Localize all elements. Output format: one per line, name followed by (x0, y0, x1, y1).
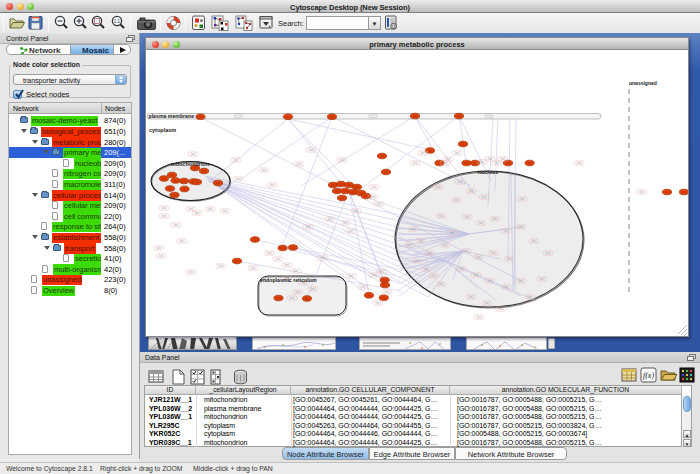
svg-text:(xx): (xx) (343, 221, 348, 225)
svg-text:(xx): (xx) (340, 158, 345, 162)
svg-text:(xx): (xx) (361, 285, 366, 289)
svg-text:(xx): (xx) (519, 279, 524, 283)
svg-text:(xx): (xx) (577, 161, 582, 165)
svg-text:(xx): (xx) (519, 225, 524, 229)
svg-text:(xx): (xx) (385, 290, 390, 294)
svg-text:unassigned: unassigned (629, 80, 657, 86)
svg-text:(xx): (xx) (162, 214, 167, 218)
svg-text:(xx): (xx) (469, 189, 474, 193)
svg-text:(xx): (xx) (413, 161, 418, 165)
svg-text:(xx): (xx) (267, 251, 272, 255)
svg-text:(xx): (xx) (474, 273, 479, 277)
svg-text:plasma membrane: plasma membrane (149, 113, 195, 119)
svg-text:(xx): (xx) (180, 239, 185, 243)
svg-text:(xx): (xx) (189, 270, 194, 274)
svg-text:(xx): (xx) (376, 301, 381, 305)
svg-text:mitochondrion: mitochondrion (171, 161, 210, 167)
svg-text:(xx): (xx) (424, 267, 429, 271)
svg-text:(xx): (xx) (297, 162, 302, 166)
svg-text:(xx): (xx) (504, 229, 509, 233)
svg-text:(xx): (xx) (294, 269, 299, 273)
svg-text:(xx): (xx) (236, 177, 241, 181)
svg-text:(xx): (xx) (157, 246, 162, 250)
svg-text:f(x): f(x) (643, 371, 654, 380)
svg-text:(xx): (xx) (507, 257, 512, 261)
svg-text:(xx): (xx) (443, 243, 448, 247)
svg-text:(xx): (xx) (482, 195, 487, 199)
svg-text:(xx): (xx) (501, 157, 506, 161)
svg-text:(xx): (xx) (372, 185, 377, 189)
svg-text:(xx): (xx) (504, 285, 509, 289)
svg-text:(xx): (xx) (251, 266, 256, 270)
svg-text:(xx): (xx) (411, 227, 416, 231)
svg-text:(xx): (xx) (162, 206, 167, 210)
svg-text:(xx): (xx) (436, 185, 441, 189)
svg-text:(xx): (xx) (455, 151, 460, 155)
svg-text:(xx): (xx) (479, 221, 484, 225)
svg-text:(xx): (xx) (191, 152, 196, 156)
svg-text:(xx): (xx) (380, 269, 385, 273)
svg-text:(xx): (xx) (419, 239, 424, 243)
svg-text:(xx): (xx) (546, 251, 551, 255)
svg-text:(xx): (xx) (455, 198, 460, 202)
svg-text:(xx): (xx) (296, 290, 301, 294)
svg-text:(xx): (xx) (465, 215, 470, 219)
svg-text:(xx): (xx) (458, 180, 463, 184)
svg-text:(xx): (xx) (407, 243, 412, 247)
svg-text:(xx): (xx) (493, 217, 498, 221)
svg-text:(xx): (xx) (372, 273, 377, 277)
svg-text:(xx): (xx) (321, 256, 326, 260)
svg-text:(xx): (xx) (477, 255, 482, 259)
svg-text:(xx): (xx) (349, 274, 354, 278)
svg-text:(xx): (xx) (640, 190, 645, 194)
svg-text:(xx): (xx) (371, 195, 376, 199)
svg-text:(xx): (xx) (439, 282, 444, 286)
svg-text:(xx): (xx) (285, 263, 290, 267)
svg-text:(xx): (xx) (480, 160, 485, 164)
svg-text:cytoplasm: cytoplasm (149, 127, 176, 133)
svg-text:(xx): (xx) (309, 148, 314, 152)
svg-text:(xx): (xx) (520, 197, 525, 201)
svg-text:(xx): (xx) (488, 279, 493, 283)
svg-text:(xx): (xx) (477, 315, 482, 319)
svg-text:(xx): (xx) (219, 264, 224, 268)
svg-text:(xx): (xx) (532, 239, 537, 243)
svg-text:(xx): (xx) (189, 207, 194, 211)
svg-text:(xx): (xx) (443, 161, 448, 165)
svg-text:(xx): (xx) (262, 168, 267, 172)
svg-text:(xx): (xx) (306, 225, 311, 229)
svg-text:nucleus: nucleus (478, 169, 499, 175)
svg-text:(xx): (xx) (491, 251, 496, 255)
svg-text:(xx): (xx) (290, 296, 295, 300)
svg-text:(xx): (xx) (427, 251, 432, 255)
svg-text:(xx): (xx) (270, 183, 275, 187)
svg-text:(xx): (xx) (311, 287, 316, 291)
svg-text:(xx): (xx) (464, 249, 469, 253)
svg-text:(xx): (xx) (276, 257, 281, 261)
svg-text:(xx): (xx) (485, 301, 490, 305)
svg-text:(xx): (xx) (446, 157, 451, 161)
svg-text:(xx): (xx) (469, 295, 474, 299)
svg-text:(xx): (xx) (415, 259, 420, 263)
svg-text:(xx): (xx) (450, 231, 455, 235)
svg-text:(xx): (xx) (159, 254, 164, 258)
svg-text:(xx): (xx) (528, 295, 533, 299)
svg-text:(xx): (xx) (439, 214, 444, 218)
svg-text:(xx): (xx) (495, 161, 500, 165)
svg-text:(xx): (xx) (195, 211, 200, 215)
svg-text:(xx): (xx) (174, 223, 179, 227)
svg-text:(xx): (xx) (540, 277, 545, 281)
svg-text:(xx): (xx) (499, 307, 504, 311)
svg-text:1:1: 1:1 (114, 19, 121, 24)
svg-text:(xx): (xx) (349, 229, 354, 233)
svg-text:(xx): (xx) (377, 202, 382, 206)
svg-text:(xx): (xx) (223, 209, 228, 213)
svg-text:(xx): (xx) (354, 209, 359, 213)
svg-text:(xx): (xx) (459, 267, 464, 271)
svg-text:endoplasmic reticulum: endoplasmic reticulum (260, 277, 317, 283)
svg-text:(xx): (xx) (421, 151, 426, 155)
svg-text:(xx): (xx) (328, 217, 333, 221)
svg-text:(xx): (xx) (488, 157, 493, 161)
svg-text:(xx): (xx) (234, 158, 239, 162)
svg-text:(xx): (xx) (208, 207, 213, 211)
